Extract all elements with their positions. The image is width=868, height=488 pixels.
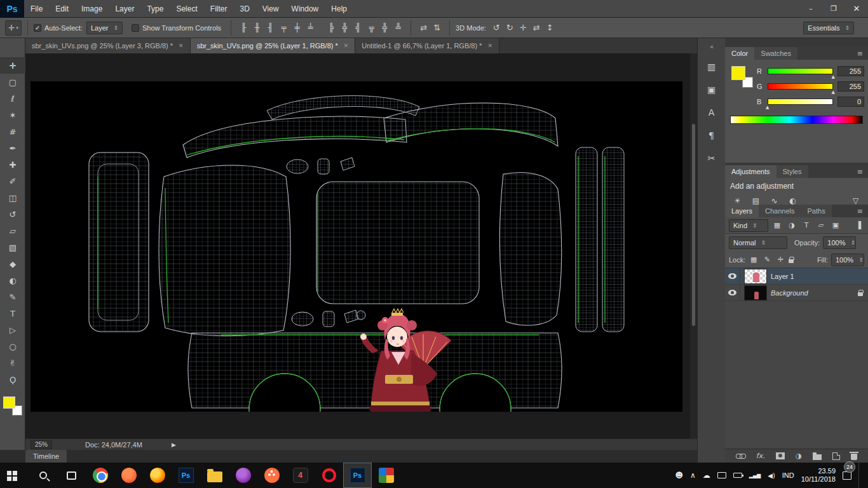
layer-name[interactable]: Background [771, 289, 808, 297]
green-slider[interactable]: ▲ [768, 83, 833, 90]
panel-menu-icon[interactable]: ≡ [852, 47, 868, 60]
tab-channels[interactable]: Channels [759, 205, 801, 217]
workspace-switcher[interactable]: Essentials [803, 22, 854, 34]
red-slider[interactable]: ▲ [768, 68, 833, 74]
lasso-tool[interactable]: ℓ [0, 90, 25, 107]
slice-panel-icon[interactable]: ✂ [703, 150, 720, 166]
adjustment-filter-icon[interactable]: ◑ [786, 220, 797, 231]
current-tool-icon[interactable]: ✛ [5, 20, 22, 36]
character-panel-icon[interactable]: A [703, 104, 720, 121]
align-center-icon[interactable]: ╫ [250, 22, 264, 34]
network-icon[interactable]: ▂▄▆ [749, 473, 761, 478]
pixel-filter-icon[interactable]: ▦ [771, 220, 783, 231]
lock-transparency-icon[interactable]: ▦ [749, 255, 759, 265]
canvas[interactable] [31, 81, 682, 412]
blue-value[interactable]: 0 [837, 97, 864, 107]
menu-image[interactable]: Image [75, 0, 109, 18]
hand-tool[interactable]: ✌ [0, 355, 25, 371]
visibility-cell[interactable] [725, 268, 740, 285]
start-button[interactable] [0, 463, 29, 488]
document-tab-2[interactable]: sbr_skin_UVs.png @ 25% (Layer 1, RGB/8) … [191, 38, 356, 53]
menu-help[interactable]: Help [325, 0, 353, 18]
dodge-tool[interactable]: ◐ [0, 272, 25, 288]
crop-tool[interactable]: # [0, 123, 25, 140]
zoom-tool[interactable]: Ϙ [0, 371, 25, 388]
close-button[interactable]: ✕ [845, 0, 868, 18]
distribute-center-icon[interactable]: ╬ [378, 22, 391, 34]
3d-roll-icon[interactable]: ↻ [503, 22, 517, 34]
move-tool[interactable]: ✛ [0, 57, 25, 74]
align-bottom-icon[interactable]: ╧ [304, 22, 317, 34]
histogram-panel-icon[interactable]: ▥ [703, 58, 720, 75]
3d-rotate-icon[interactable]: ↺ [490, 22, 503, 34]
close-icon[interactable]: ✕ [487, 43, 492, 49]
filter-kind-dropdown[interactable]: Kind [729, 219, 768, 232]
menu-filter[interactable]: Filter [204, 0, 234, 18]
menu-select[interactable]: Select [170, 0, 203, 18]
search-button[interactable] [29, 463, 57, 488]
eye-icon[interactable] [728, 290, 736, 295]
distribute-bottom-icon[interactable]: ╣ [351, 22, 365, 34]
explorer-taskbar-item[interactable] [200, 463, 229, 488]
link-layers-icon[interactable] [736, 454, 745, 459]
blend-mode-dropdown[interactable]: Normal [729, 236, 787, 249]
layer-row-background[interactable]: Background [725, 285, 868, 301]
path-selection-tool[interactable]: ▷ [0, 322, 25, 338]
new-group-icon[interactable] [813, 454, 822, 460]
align-top-icon[interactable]: ╤ [277, 22, 290, 34]
slider-thumb-icon[interactable]: ▲ [832, 90, 835, 95]
mosaic-app-taskbar-item[interactable] [372, 463, 400, 488]
shape-filter-icon[interactable]: ▱ [815, 220, 827, 231]
eraser-tool[interactable]: ▱ [0, 222, 25, 239]
new-adjustment-icon[interactable]: ◑ [796, 452, 802, 460]
filter-toggle-icon[interactable]: ▐ [853, 220, 864, 231]
lock-pixels-icon[interactable]: ✎ [762, 255, 772, 265]
menu-edit[interactable]: Edit [49, 0, 75, 18]
distribute-vertical-icon[interactable]: ⇅ [430, 22, 444, 34]
tab-paths[interactable]: Paths [801, 205, 832, 217]
quick-selection-tool[interactable]: ✶ [0, 107, 25, 123]
menu-3d[interactable]: 3D [233, 0, 255, 18]
tab-swatches[interactable]: Swatches [754, 47, 797, 60]
clock[interactable]: 23.59 10/11/2018 [801, 467, 836, 484]
layer-thumbnail[interactable] [744, 285, 767, 301]
smart-object-filter-icon[interactable]: ▣ [830, 220, 841, 231]
opacity-dropdown[interactable]: 100% [823, 236, 856, 249]
color-spectrum-ramp[interactable] [730, 116, 863, 124]
photoshop-active-taskbar-item[interactable]: Ps [343, 463, 372, 488]
battery-icon[interactable] [733, 473, 742, 478]
people-icon[interactable]: ☻ [675, 471, 683, 480]
spot-healing-tool[interactable]: ✚ [0, 156, 25, 173]
layer-style-icon[interactable]: fx. [756, 452, 765, 460]
blue-slider[interactable]: ▲ [768, 98, 833, 105]
show-desktop-button[interactable] [858, 463, 862, 488]
layer-row-layer-1[interactable]: Layer 1 [725, 268, 868, 285]
firefox-taskbar-item[interactable] [143, 463, 172, 488]
clone-source-panel-icon[interactable]: ▣ [703, 81, 720, 98]
layer-name[interactable]: Layer 1 [771, 273, 794, 280]
close-icon[interactable]: ✕ [344, 43, 349, 49]
delete-layer-icon[interactable] [851, 454, 857, 460]
menu-view[interactable]: View [256, 0, 285, 18]
vertical-scrollbar[interactable] [690, 53, 697, 438]
app-dark-taskbar-item[interactable]: 4 [286, 463, 315, 488]
photoshop-taskbar-item[interactable]: Ps [172, 463, 200, 488]
menu-type[interactable]: Type [140, 0, 170, 18]
foreground-color-swatch[interactable] [3, 396, 15, 409]
tab-styles[interactable]: Styles [776, 165, 808, 178]
layer-thumbnail[interactable] [744, 269, 767, 284]
close-icon[interactable]: ✕ [179, 43, 184, 49]
expand-panels-icon[interactable]: « [698, 41, 726, 52]
add-mask-icon[interactable] [776, 452, 785, 459]
browser-taskbar-item[interactable] [114, 463, 143, 488]
fill-dropdown[interactable]: 100% [831, 254, 864, 266]
pen-tool[interactable]: ✎ [0, 288, 25, 305]
foreground-color-swatch[interactable] [731, 66, 745, 80]
3d-slide-icon[interactable]: ⇄ [530, 22, 543, 34]
align-middle-icon[interactable]: ╪ [290, 22, 304, 34]
document-tab-3[interactable]: Untitled-1 @ 66,7% (Layer 1, RGB/8) * ✕ [355, 38, 499, 53]
timeline-panel-tab[interactable]: Timeline [25, 450, 67, 463]
brush-tool[interactable]: ✐ [0, 173, 25, 189]
distribute-top-icon[interactable]: ╠ [325, 22, 338, 34]
menu-layer[interactable]: Layer [109, 0, 140, 18]
